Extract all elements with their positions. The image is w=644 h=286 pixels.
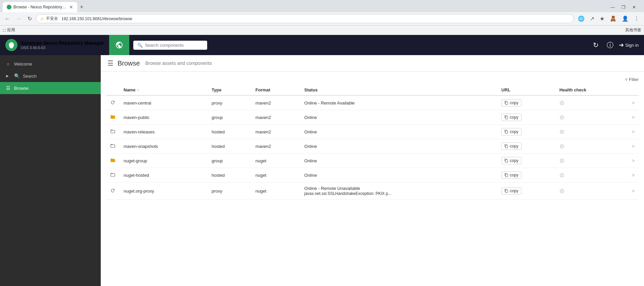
repo-status: Online - Remote Unavailablejavax.net.ssl… (300, 182, 497, 200)
share-icon[interactable]: ↗ (588, 14, 596, 23)
address-url: 192.168.150.101:8081/#browse/browse (61, 16, 132, 21)
copy-url-button[interactable]: copy (501, 128, 521, 135)
col-name[interactable]: Name ↑ (120, 85, 208, 95)
security-icon: ⚠ (40, 16, 44, 21)
table-row[interactable]: maven-snapshots hosted maven2 Online cop… (106, 139, 639, 154)
row-expand[interactable]: > (628, 182, 639, 200)
row-chevron-right-icon[interactable]: > (632, 158, 635, 163)
reload-button[interactable]: ↻ (26, 14, 34, 23)
bookmark-apps[interactable]: ∷ 应用 (3, 27, 15, 33)
filter-icon: ▿ (625, 77, 628, 82)
window-restore-button[interactable]: ❐ (619, 3, 628, 11)
profile-icon[interactable]: 👤 (620, 14, 631, 23)
repo-health: ⊘ (555, 95, 628, 110)
sidebar: ○ Welcome ► 🔍 Search ☰ Browse (0, 55, 101, 286)
row-expand[interactable]: > (628, 139, 639, 154)
repo-url[interactable]: copy (497, 168, 555, 182)
bookmark-icon[interactable]: ★ (598, 14, 606, 23)
forward-button[interactable]: → (14, 14, 24, 23)
row-chevron-right-icon[interactable]: > (632, 100, 635, 106)
col-icon (106, 85, 120, 95)
window-minimize-button[interactable]: — (608, 3, 617, 11)
menu-icon[interactable]: ⋮ (632, 14, 641, 23)
row-chevron-right-icon[interactable]: > (632, 115, 635, 120)
sidebar-item-search-label: Search (23, 74, 37, 79)
table-row[interactable]: maven-releases hosted maven2 Online copy… (106, 125, 639, 139)
row-expand[interactable]: > (628, 154, 639, 168)
copy-url-button[interactable]: copy (501, 114, 521, 121)
tab-bar: Browse - Nexus Repository M... ✕ + — ❐ ✕ (0, 0, 644, 12)
copy-url-button[interactable]: copy (501, 142, 521, 150)
copy-url-button[interactable]: copy (501, 99, 521, 107)
col-type: Type (208, 85, 251, 95)
bookmarks-right[interactable]: 其他书签 (625, 27, 641, 33)
header-actions: ↻ ⓘ ➔ Sign in (590, 39, 644, 51)
translate-icon[interactable]: 🌐 (576, 14, 587, 23)
repo-name: maven-snapshots (120, 139, 208, 154)
row-chevron-right-icon[interactable]: > (632, 172, 635, 178)
row-chevron-right-icon[interactable]: > (632, 188, 635, 194)
copy-url-button[interactable]: copy (501, 187, 521, 195)
search-box[interactable]: 🔍 (133, 41, 207, 50)
col-name-label: Name (124, 87, 135, 92)
active-tab[interactable]: Browse - Nexus Repository M... ✕ (3, 2, 77, 12)
repo-type: hosted (208, 125, 251, 139)
row-expand[interactable]: > (628, 168, 639, 182)
sidebar-item-welcome-label: Welcome (14, 62, 32, 67)
repo-url[interactable]: copy (497, 125, 555, 139)
filter-button[interactable]: ▿ Filter (625, 77, 639, 82)
row-type-icon (106, 125, 120, 139)
filter-label: Filter (629, 77, 639, 82)
col-url-label: URL (501, 87, 510, 92)
col-status-label: Status (304, 87, 318, 92)
app-logo: Sonatype Nexus Repository Manager OSS 3.… (0, 39, 109, 51)
table-row[interactable]: nuget-hosted hosted nuget Online copy ⊘ … (106, 168, 639, 182)
row-expand[interactable]: > (628, 125, 639, 139)
repo-url[interactable]: copy (497, 182, 555, 200)
copy-url-button[interactable]: copy (501, 157, 521, 164)
app-version: OSS 3.40.0-03 (21, 46, 104, 50)
repo-url[interactable]: copy (497, 139, 555, 154)
back-button[interactable]: ← (3, 14, 12, 23)
row-type-icon (106, 110, 120, 125)
repo-url[interactable]: copy (497, 95, 555, 110)
repo-url[interactable]: copy (497, 110, 555, 125)
new-tab-button[interactable]: + (77, 4, 86, 11)
tab-title: Browse - Nexus Repository M... (13, 5, 67, 9)
table-row[interactable]: nuget-group group nuget Online copy ⊘ > (106, 154, 639, 168)
page-subtitle: Browse assets and components (145, 60, 212, 66)
table-row[interactable]: maven-central proxy maven2 Online - Remo… (106, 95, 639, 110)
search-components-input[interactable] (145, 43, 203, 48)
row-expand[interactable]: > (628, 95, 639, 110)
sidebar-item-search[interactable]: ► 🔍 Search (0, 70, 101, 82)
apps-grid-icon: ∷ (3, 28, 6, 33)
signin-label: Sign in (625, 43, 639, 48)
table-row[interactable]: maven-public group maven2 Online copy ⊘ … (106, 110, 639, 125)
sidebar-item-browse[interactable]: ☰ Browse (0, 82, 101, 94)
browse-nav-button[interactable] (109, 35, 129, 55)
table-row[interactable]: nuget.org-proxy proxy nuget Online - Rem… (106, 182, 639, 200)
app-header: Sonatype Nexus Repository Manager OSS 3.… (0, 35, 644, 55)
sort-asc-icon: ↑ (137, 88, 139, 92)
copy-url-button[interactable]: copy (501, 171, 521, 179)
repo-health: ⊘ (555, 168, 628, 182)
row-chevron-right-icon[interactable]: > (632, 129, 635, 134)
refresh-button[interactable]: ↻ (590, 40, 601, 50)
browser-actions: 🌐 ↗ ★ 🧸 👤 ⋮ (576, 14, 641, 23)
row-expand[interactable]: > (628, 110, 639, 125)
sidebar-item-welcome[interactable]: ○ Welcome (0, 58, 101, 70)
repo-type: proxy (208, 182, 251, 200)
repo-url[interactable]: copy (497, 154, 555, 168)
search-magnifier-icon: 🔍 (137, 43, 143, 48)
extension-icon[interactable]: 🧸 (608, 14, 618, 23)
window-close-button[interactable]: ✕ (630, 3, 639, 11)
tab-close-button[interactable]: ✕ (69, 4, 73, 10)
app-container: Sonatype Nexus Repository Manager OSS 3.… (0, 35, 644, 286)
repo-type: group (208, 110, 251, 125)
help-button[interactable]: ⓘ (604, 39, 616, 51)
row-chevron-right-icon[interactable]: > (632, 144, 635, 149)
col-status: Status (300, 85, 497, 95)
address-input[interactable]: ⚠ 不安全 192.168.150.101:8081/#browse/brows… (36, 14, 574, 23)
tab-favicon (7, 5, 11, 9)
signin-button[interactable]: ➔ Sign in (619, 41, 639, 49)
